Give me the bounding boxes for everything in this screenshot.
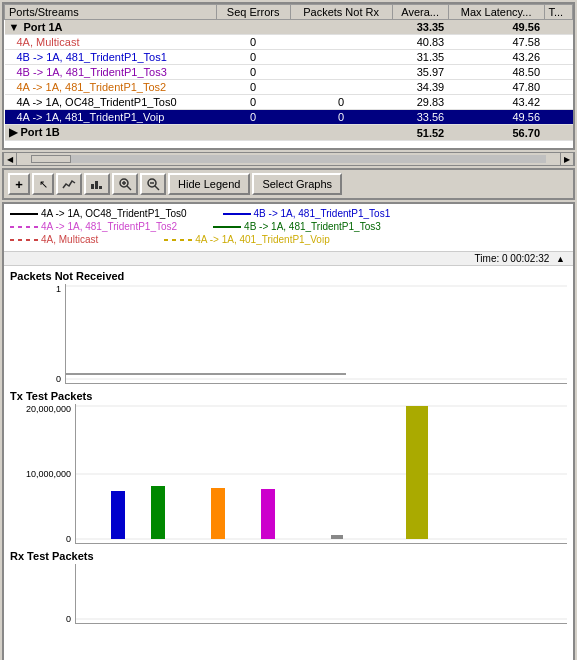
legend-item-0: 4A -> 1A, OC48_TridentP1_Tos0 <box>10 208 187 219</box>
legend-text-1: 4B -> 1A, 481_TridentP1_Tos1 <box>254 208 391 219</box>
tx-y-label-1: 20,000,000 <box>10 404 71 414</box>
table-row[interactable]: ▶Port 1B 51.52 56.70 <box>5 125 573 141</box>
col-t: T... <box>544 5 573 20</box>
line-chart-icon <box>62 178 76 190</box>
pkts-not-rx <box>290 50 392 65</box>
svg-rect-0 <box>91 184 94 189</box>
rx-chart-title: Rx Test Packets <box>10 550 567 562</box>
t-val <box>544 35 573 50</box>
table-row[interactable]: ▼Port 1A 33.35 49.56 <box>5 20 573 35</box>
select-graphs-button[interactable]: Select Graphs <box>252 173 342 195</box>
table-scroll[interactable]: Ports/Streams Seq Errors Packets Not Rx … <box>4 4 573 148</box>
add-button[interactable]: + <box>8 173 30 195</box>
legend-text-3: 4B -> 1A, 481_TridentP1_Tos3 <box>244 221 381 232</box>
max-lat: 49.56 <box>448 110 544 125</box>
avg: 31.35 <box>392 50 448 65</box>
rx-chart-svg <box>75 564 567 624</box>
t-val <box>544 20 573 35</box>
legend-text-0: 4A -> 1A, OC48_TridentP1_Tos0 <box>41 208 187 219</box>
seq-errors: 0 <box>216 50 290 65</box>
svg-rect-2 <box>99 186 102 189</box>
seq-errors: 0 <box>216 110 290 125</box>
seq-errors: 0 <box>216 95 290 110</box>
chart-section: 4A -> 1A, OC48_TridentP1_Tos0 4B -> 1A, … <box>2 202 575 660</box>
table-row[interactable]: 4A -> 1A, 481_TridentP1_Tos2 0 34.39 47.… <box>5 80 573 95</box>
seq-errors <box>216 125 290 141</box>
stream-label: 4A -> 1A, 481_TridentP1_Voip <box>5 110 217 125</box>
legend-item-5: 4A -> 1A, 401_TridentP1_Voip <box>164 234 329 245</box>
max-lat: 43.26 <box>448 50 544 65</box>
avg: 34.39 <box>392 80 448 95</box>
avg: 35.97 <box>392 65 448 80</box>
col-packets-not-rx: Packets Not Rx <box>290 5 392 20</box>
legend-item-2: 4A -> 1A, 481_TridentP1_Tos2 <box>10 221 177 232</box>
legend-line-4 <box>10 239 38 241</box>
tx-bar-green <box>151 486 165 539</box>
legend-row-2: 4A -> 1A, 481_TridentP1_Tos2 4B -> 1A, 4… <box>10 221 567 233</box>
legend-text-5: 4A -> 1A, 401_TridentP1_Voip <box>195 234 329 245</box>
tx-chart-svg <box>75 404 567 544</box>
pnr-chart-title: Packets Not Received <box>10 270 567 282</box>
t-val <box>544 95 573 110</box>
zoom-out-button[interactable] <box>140 173 166 195</box>
bar-chart-button[interactable] <box>84 173 110 195</box>
stream-label: ▶Port 1B <box>5 125 217 141</box>
table-row[interactable]: 4B -> 1A, 481_TridentP1_Tos1 0 31.35 43.… <box>5 50 573 65</box>
table-row[interactable]: 4A -> 1A, OC48_TridentP1_Tos0 0 0 29.83 … <box>5 95 573 110</box>
stream-label: 4B -> 1A, 481_TridentP1_Tos1 <box>5 50 217 65</box>
select-graphs-label: Select Graphs <box>262 178 332 190</box>
col-seq-errors: Seq Errors <box>216 5 290 20</box>
line-chart-button[interactable] <box>56 173 82 195</box>
stream-label: 4B -> 1A, 481_TridentP1_Tos3 <box>5 65 217 80</box>
tx-chart-title: Tx Test Packets <box>10 390 567 402</box>
t-val <box>544 110 573 125</box>
tx-y-spacer <box>10 437 71 447</box>
legend-text-2: 4A -> 1A, 481_TridentP1_Tos2 <box>41 221 177 232</box>
zoom-in-icon <box>118 177 132 191</box>
chart-toolbar: + ↖ Hide Legend Select Graphs <box>2 168 575 200</box>
col-average: Avera... <box>392 5 448 20</box>
pkts-not-rx: 0 <box>290 95 392 110</box>
time-display: Time: 0 00:02:32 ▲ <box>4 252 573 266</box>
table-row[interactable]: 4A -> 1A, 481_TridentP1_Voip 0 0 33.56 4… <box>5 110 573 125</box>
tx-bar-orange <box>211 488 225 539</box>
table-hscrollbar[interactable]: ◀ ▶ <box>2 152 575 166</box>
avg: 29.83 <box>392 95 448 110</box>
scroll-track[interactable] <box>31 155 546 163</box>
legend-item-1: 4B -> 1A, 481_TridentP1_Tos1 <box>223 208 391 219</box>
tx-bar-blue <box>111 491 125 539</box>
max-lat: 48.50 <box>448 65 544 80</box>
tx-bar-magenta <box>261 489 275 539</box>
pnr-y-label-bottom: 0 <box>10 374 61 384</box>
pkts-not-rx <box>290 125 392 141</box>
seq-errors: 0 <box>216 35 290 50</box>
t-val <box>544 80 573 95</box>
legend-item-3: 4B -> 1A, 481_TridentP1_Tos3 <box>213 221 381 232</box>
scroll-left-btn[interactable]: ◀ <box>3 152 17 166</box>
bar-chart-icon <box>90 178 104 190</box>
scroll-right-btn[interactable]: ▶ <box>560 152 574 166</box>
scroll-thumb[interactable] <box>31 155 71 163</box>
tx-y-label-2: 10,000,000 <box>10 469 71 479</box>
col-max-latency: Max Latency... <box>448 5 544 20</box>
max-lat: 47.58 <box>448 35 544 50</box>
legend-area: 4A -> 1A, OC48_TridentP1_Tos0 4B -> 1A, … <box>4 204 573 252</box>
pnr-chart-panel: Packets Not Received 1 0 <box>4 266 573 386</box>
charts-area[interactable]: Packets Not Received 1 0 <box>4 266 573 660</box>
zoom-in-button[interactable] <box>112 173 138 195</box>
svg-rect-1 <box>95 181 98 189</box>
pnr-y-label-top: 1 <box>10 284 61 294</box>
cursor-button[interactable]: ↖ <box>32 173 54 195</box>
table-row[interactable]: 4A, Multicast 0 40.83 47.58 <box>5 35 573 50</box>
rx-y-label-bottom: 0 <box>10 614 71 624</box>
hide-legend-button[interactable]: Hide Legend <box>168 173 250 195</box>
legend-row-3: 4A, Multicast 4A -> 1A, 401_TridentP1_Vo… <box>10 234 567 246</box>
legend-text-4: 4A, Multicast <box>41 234 98 245</box>
plus-icon: + <box>15 177 23 192</box>
stream-label: 4A -> 1A, OC48_TridentP1_Tos0 <box>5 95 217 110</box>
table-row[interactable]: 4B -> 1A, 481_TridentP1_Tos3 0 35.97 48.… <box>5 65 573 80</box>
max-lat: 47.80 <box>448 80 544 95</box>
pkts-not-rx <box>290 20 392 35</box>
seq-errors <box>216 20 290 35</box>
rx-chart-panel: Rx Test Packets 0 <box>4 546 573 626</box>
